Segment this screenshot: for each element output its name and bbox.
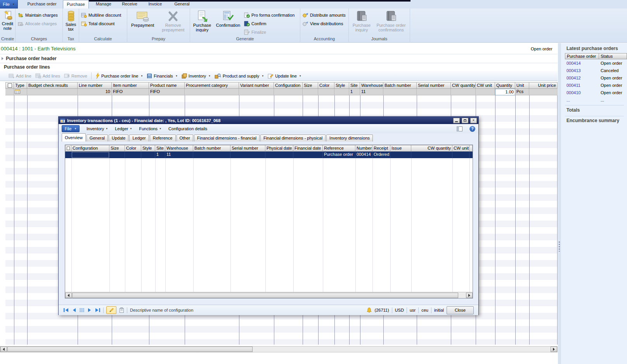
partition-indicator[interactable]: initial [434,308,444,312]
view-distributions-button[interactable]: View distributions [301,20,347,28]
drow-receipt-cell[interactable]: Ordered [372,152,390,158]
dialog-ledger-menu[interactable]: Ledger▼ [115,126,132,131]
col-header-color[interactable]: Color [318,82,334,89]
tab-purchase[interactable]: Purchase [63,0,89,9]
maintain-charges-button[interactable]: Maintain charges [16,11,59,19]
sidebar-row[interactable]: 000410Open order [565,89,627,96]
next-record-button[interactable] [87,308,92,312]
dtab-fin-dim-physical[interactable]: Financial dimensions - physical [260,135,326,141]
dtab-other[interactable]: Other [177,135,194,141]
update-line-menu[interactable]: Update line▼ [268,73,301,79]
transactions-grid-empty-area[interactable] [65,158,473,292]
purchase-inquiry-button[interactable]: Purchase inquiry [191,10,213,32]
col-header-configuration[interactable]: Configuration [274,82,303,89]
col-header-batch-number[interactable]: Batch number [383,82,417,89]
dialog-scroll-right-button[interactable] [466,293,473,298]
sidebar-row[interactable]: 000413Canceled [565,67,627,74]
scroll-left-button[interactable] [0,347,7,352]
row-style-cell[interactable] [334,89,349,95]
sb-col-status[interactable]: Status [599,53,627,59]
row-procurement-category-cell[interactable] [185,89,239,95]
close-button[interactable]: Close [447,306,474,314]
grid-view-button[interactable] [79,308,85,312]
col-header-warehouse[interactable]: Warehouse [360,82,383,89]
add-line-button[interactable]: Add line [9,73,31,78]
dcol-cw-quantity[interactable]: CW quantity [411,145,452,152]
dcol-number[interactable]: Number [355,145,372,152]
product-and-supply-menu[interactable]: Product and supply▼ [215,73,264,79]
row-unit-price-cell[interactable] [529,89,558,95]
dcol-receipt[interactable]: Receipt [372,145,390,152]
drow-cw-quantity-cell[interactable] [411,152,452,158]
dcol-warehouse[interactable]: Warehouse [165,145,193,152]
dtab-fin-dim-financial[interactable]: Financial dimensions - financial [194,135,260,141]
row-batch-number-cell[interactable] [383,89,417,95]
col-header-procurement-category[interactable]: Procurement category [185,82,239,89]
tab-purchase-order[interactable]: Purchase order [23,0,61,9]
col-header-cw-unit[interactable]: CW unit [476,82,495,89]
finalize-button[interactable]: Finalize [243,28,296,36]
remove-button[interactable]: Remove [64,73,87,78]
po-number-link[interactable]: 000411 [565,83,599,88]
dcol-reference[interactable]: Reference [323,145,355,152]
maximize-button[interactable] [462,118,468,123]
dcol-financial-date[interactable]: Financial date [293,145,323,152]
drow-site-cell[interactable]: 1 [155,152,165,158]
po-line-row[interactable]: 10 FIFO FIFO 1 11 1.00 Pcs [5,89,558,95]
col-header-item-number[interactable]: Item number [112,82,149,89]
dtab-general[interactable]: General [87,135,108,141]
attachments-button[interactable] [119,307,124,313]
first-record-button[interactable] [63,308,69,312]
panel-splitter[interactable] [558,43,561,364]
allocate-charges-button[interactable]: Allocate charges [16,20,59,28]
last-record-button[interactable] [95,308,100,312]
col-header-line-number[interactable]: Line number [78,82,112,89]
drow-financial-date-cell[interactable] [293,152,323,158]
prepayment-button[interactable]: Prepayment [128,10,158,28]
financials-menu[interactable]: Financials▼ [147,73,177,79]
credit-note-button[interactable]: Credit note [1,10,14,31]
dialog-functions-menu[interactable]: Functions▼ [139,126,161,131]
row-variant-number-cell[interactable] [239,89,274,95]
row-line-number-cell[interactable]: 10 [78,89,112,95]
journals-purchase-inquiry-button[interactable]: Purchase inquiry [350,10,374,32]
col-header-product-name[interactable]: Product name [149,82,185,89]
sidebar-row[interactable]: 000414Open order [565,59,627,67]
drow-reference-cell[interactable]: Purchase order [323,152,355,158]
latest-purchase-orders-header[interactable]: Latest purchase orders [566,46,618,51]
previous-record-button[interactable] [72,308,76,312]
dialog-horizontal-scrollbar[interactable] [65,292,473,298]
sidebar-row[interactable]: 000412Open order [565,74,627,81]
pane-layout-icon[interactable] [457,126,462,131]
scrollbar-thumb[interactable] [7,347,253,352]
distribute-amounts-button[interactable]: Distribute amounts [301,11,347,19]
sidebar-row-ellipsis[interactable]: ...... [565,96,627,104]
col-header-cw-quantity[interactable]: CW quantity [451,82,476,89]
add-lines-button[interactable]: Add lines [35,73,60,78]
dcol-cw-unit[interactable]: CW unit [452,145,469,152]
drow-configuration-cell[interactable] [71,152,109,158]
user-indicator[interactable]: usr [410,308,416,312]
drow-number-cell[interactable]: 000414 [355,152,372,158]
sidebar-row[interactable]: 000411Open order [565,81,627,89]
dialog-inventory-menu[interactable]: Inventory▼ [87,126,108,131]
sb-col-purchase-order[interactable]: Purchase order [565,53,599,59]
dcol-color[interactable]: Color [125,145,141,152]
edit-record-button[interactable] [106,306,116,314]
drow-physical-date-cell[interactable] [265,152,293,158]
dcol-style[interactable]: Style [141,145,155,152]
main-horizontal-scrollbar[interactable] [0,346,558,352]
dcol-serial-number[interactable]: Serial number [230,145,265,152]
select-all-checkbox[interactable] [5,82,14,89]
po-number-link[interactable]: 000413 [565,68,599,73]
col-header-variant-number[interactable]: Variant number [239,82,274,89]
row-cw-unit-cell[interactable] [476,89,495,95]
multiline-discount-button[interactable]: Multiline discount [80,11,122,19]
dialog-scroll-left-button[interactable] [65,293,72,298]
totals-header[interactable]: Totals [566,107,580,113]
row-product-name-cell[interactable]: FIFO [149,89,185,95]
drow-size-cell[interactable] [109,152,125,158]
row-unit-cell[interactable]: Pcs [515,89,529,95]
dcol-issue[interactable]: Issue [390,145,411,152]
dcol-site[interactable]: Site [155,145,165,152]
